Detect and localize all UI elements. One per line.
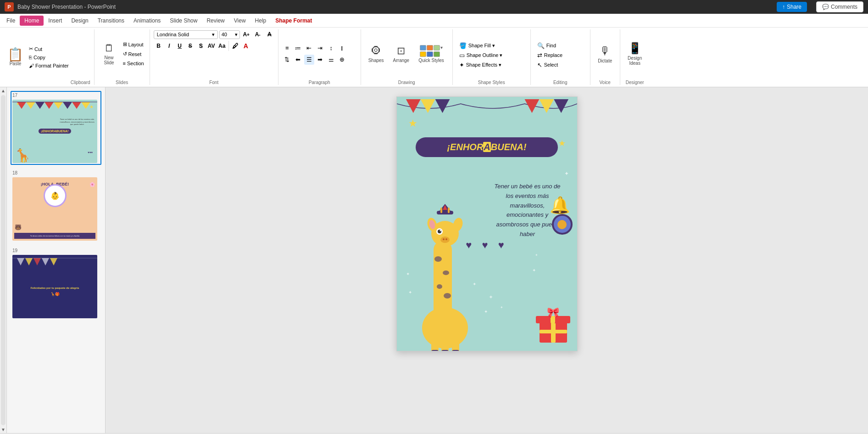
slide-thumb-17[interactable]: 17 ¡ENHORABUENA! [11, 91, 101, 165]
dictate-label: Dictate [598, 58, 612, 63]
font-size-selector[interactable]: 40 ▾ [219, 30, 240, 39]
align-right-button[interactable]: ➡ [315, 55, 325, 65]
dictate-icon: 🎙 [600, 45, 611, 57]
menu-item-file[interactable]: File [2, 16, 20, 26]
ribbon: 📋 Paste ✂ Cut ⎘ Copy 🖌 Format Painter [0, 28, 868, 87]
menu-item-design[interactable]: Design [67, 16, 93, 26]
layout-button[interactable]: ⊞ Layout [121, 40, 146, 48]
columns-button[interactable]: ⫿ [337, 43, 347, 53]
share-icon: ↑ [782, 4, 785, 10]
shapes-button[interactable]: ⭗ Shapes [365, 43, 388, 65]
editing-group: 🔍 Find ⇄ Replace ↖ Select Editing [531, 29, 590, 85]
new-slide-button[interactable]: 🗒 New Slide [98, 40, 120, 67]
text-case-button[interactable]: Aa [217, 41, 227, 51]
paste-button[interactable]: 📋 Paste [4, 29, 27, 85]
svg-point-32 [443, 238, 445, 240]
bold-button[interactable]: B [154, 41, 164, 51]
copy-button[interactable]: ⎘ Copy [27, 54, 71, 61]
find-button[interactable]: 🔍 Find [534, 41, 565, 50]
svg-point-31 [440, 237, 450, 243]
smartart-convert-button[interactable]: ⊕ [337, 55, 347, 65]
clear-format-button[interactable]: A̶ [264, 29, 274, 39]
menu-item-view[interactable]: View [229, 16, 250, 26]
line-spacing-button[interactable]: ↕ [326, 43, 336, 53]
shadow-button[interactable]: S [196, 41, 206, 51]
svg-marker-15 [406, 99, 420, 113]
svg-point-30 [440, 230, 441, 231]
menu-item-shapeformat[interactable]: Shape Format [271, 16, 317, 26]
char-spacing-button[interactable]: AV [206, 41, 217, 51]
bullet-list-button[interactable]: ≡ [282, 43, 292, 53]
share-button[interactable]: ↑ Share [777, 2, 807, 12]
section-button[interactable]: ≡ Section [121, 60, 146, 67]
shape-effects-label: Shape Effects ▾ [466, 62, 501, 68]
increase-font-button[interactable]: A+ [241, 29, 251, 39]
paragraph-group: ≡ ≔ ⇤ ⇥ ↕ ⫿ ⇅ ⬅ ☰ ➡ ⚌ ⊕ Paragraph [278, 29, 361, 85]
svg-marker-16 [420, 99, 435, 113]
svg-marker-17 [435, 99, 450, 113]
arrange-icon: ⊡ [397, 45, 405, 57]
shape-effects-button[interactable]: ✦ Shape Effects ▾ [456, 61, 506, 69]
align-left-button[interactable]: ⬅ [293, 55, 303, 65]
text-direction-button[interactable]: ⇅ [282, 55, 292, 65]
slide-thumb-18[interactable]: 18 ¡HOLA, BEBÉ! 👶 Te deseo miles de mome… [11, 169, 101, 242]
arrange-button[interactable]: ⊡ Arrange [389, 43, 413, 65]
slide-panel: 17 ¡ENHORABUENA! [7, 87, 106, 433]
svg-marker-9 [17, 258, 24, 265]
menu-item-slideshow[interactable]: Slide Show [165, 16, 202, 26]
main-slide[interactable]: ★ ★ ✦ ✦ ✦ ✦ ✦ ✦ ¡ENHORABUENA! [396, 96, 578, 351]
underline-button[interactable]: U [175, 41, 185, 51]
shape-styles-label: Shape Styles [478, 78, 505, 85]
slide-number-18: 18 [12, 170, 17, 175]
font-size-dropdown-icon: ▾ [235, 32, 238, 38]
svg-point-26 [444, 293, 451, 299]
numbered-list-button[interactable]: ≔ [293, 43, 303, 53]
scroll-up-arrow[interactable]: ▲ [0, 87, 7, 94]
svg-rect-40 [440, 208, 442, 213]
vertical-scroll-bar[interactable]: ▲ ▼ [0, 87, 7, 433]
dictate-button[interactable]: 🎙 Dictate [594, 43, 616, 65]
menu-item-home[interactable]: Home [20, 16, 44, 26]
scroll-track[interactable] [1, 95, 6, 425]
align-center-button[interactable]: ☰ [304, 55, 314, 65]
svg-point-25 [437, 284, 442, 289]
select-button[interactable]: ↖ Select [534, 61, 565, 69]
strikethrough-button[interactable]: S [185, 41, 195, 51]
svg-marker-2 [35, 102, 45, 109]
menu-item-transitions[interactable]: Transitions [93, 16, 129, 26]
slide-thumb-19[interactable]: 19 Felicidades por tu paquete de ale [11, 246, 101, 320]
comments-button[interactable]: 💬 Comments [816, 1, 863, 12]
replace-button[interactable]: ⇄ Replace [534, 51, 565, 60]
menu-item-help[interactable]: Help [250, 16, 271, 26]
main-slide-title[interactable]: ¡ENHORABUENA! [416, 137, 558, 157]
cut-button[interactable]: ✂ Cut [27, 45, 71, 53]
shapes-label: Shapes [368, 58, 384, 63]
shape-outline-button[interactable]: ▭ Shape Outline ▾ [456, 51, 506, 60]
design-ideas-button[interactable]: 📱 Design Ideas [624, 40, 646, 68]
italic-button[interactable]: I [164, 41, 174, 51]
menu-item-insert[interactable]: Insert [44, 16, 67, 26]
menu-item-review[interactable]: Review [202, 16, 229, 26]
text-highlight-button[interactable]: 🖊 [230, 41, 240, 51]
justify-button[interactable]: ⚌ [326, 55, 336, 65]
font-color-button[interactable]: A [241, 41, 251, 51]
svg-marker-4 [54, 102, 63, 109]
reset-button[interactable]: ↺ Reset [121, 50, 146, 58]
new-slide-icon: 🗒 [104, 42, 114, 54]
decrease-font-button[interactable]: A- [253, 29, 263, 39]
quick-styles-button[interactable]: ▾ Quick Styles [415, 43, 448, 65]
svg-point-33 [445, 238, 447, 240]
shape-fill-button[interactable]: 🪣 Shape Fill ▾ [456, 41, 506, 50]
layout-icon: ⊞ [123, 41, 127, 47]
drawing-label: Drawing [398, 78, 415, 85]
svg-marker-3 [45, 102, 54, 109]
scroll-down-arrow[interactable]: ▼ [0, 426, 7, 433]
font-name: Londrina Solid [157, 32, 189, 37]
design-ideas-label: Design Ideas [628, 56, 642, 66]
quick-styles-dropdown-icon[interactable]: ▾ [440, 45, 443, 51]
increase-indent-button[interactable]: ⇥ [315, 43, 325, 53]
menu-item-animations[interactable]: Animations [129, 16, 165, 26]
font-selector[interactable]: Londrina Solid ▾ [154, 30, 218, 39]
decrease-indent-button[interactable]: ⇤ [304, 43, 314, 53]
format-painter-button[interactable]: 🖌 Format Painter [27, 62, 71, 69]
